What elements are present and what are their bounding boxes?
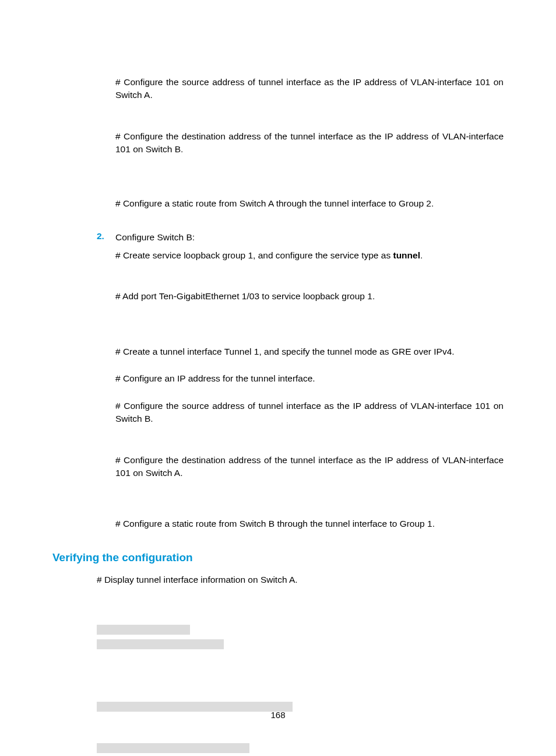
step-2-row: 2. Configure Switch B: <box>97 231 504 244</box>
redacted-block <box>97 639 224 649</box>
text: # Configure an IP address for the tunnel… <box>115 372 504 385</box>
paragraph-dest-addr-b: # Configure the destination address of t… <box>115 130 504 156</box>
section-heading: Verifying the configuration <box>52 551 504 564</box>
page-number: 168 <box>0 710 556 720</box>
text: # Create service loopback group 1, and c… <box>115 249 504 262</box>
text-part-bold: tunnel <box>393 250 420 260</box>
text: # Configure a static route from Switch A… <box>115 197 504 210</box>
text: # Add port Ten-GigabitEthernet 1/03 to s… <box>115 290 504 303</box>
paragraph-dest-addr-a: # Configure the destination address of t… <box>115 454 504 480</box>
paragraph-add-port: # Add port Ten-GigabitEthernet 1/03 to s… <box>115 290 504 303</box>
text: # Configure a static route from Switch B… <box>115 517 504 530</box>
text: # Configure the source address of tunnel… <box>115 76 504 102</box>
text-part-a: # Create service loopback group 1, and c… <box>115 250 393 260</box>
paragraph-service-loopback: # Create service loopback group 1, and c… <box>115 249 504 262</box>
paragraph-source-addr-b: # Configure the source address of tunnel… <box>115 400 504 426</box>
redacted-block <box>97 743 249 753</box>
redacted-block <box>97 625 190 635</box>
text: # Configure the destination address of t… <box>115 454 504 480</box>
paragraph-static-route-b: # Configure a static route from Switch B… <box>115 517 504 530</box>
step-text: Configure Switch B: <box>115 231 195 244</box>
paragraph-tunnel-ifc: # Create a tunnel interface Tunnel 1, an… <box>115 345 504 358</box>
paragraph-ip-addr: # Configure an IP address for the tunnel… <box>115 372 504 385</box>
text-part-c: . <box>420 250 423 260</box>
step-number: 2. <box>97 231 115 244</box>
paragraph-source-addr-a: # Configure the source address of tunnel… <box>115 76 504 102</box>
paragraph-static-route-a: # Configure a static route from Switch A… <box>115 197 504 210</box>
text: # Configure the destination address of t… <box>115 130 504 156</box>
text: # Configure the source address of tunnel… <box>115 400 504 426</box>
verify-line: # Display tunnel interface information o… <box>97 575 504 585</box>
text: # Create a tunnel interface Tunnel 1, an… <box>115 345 504 358</box>
